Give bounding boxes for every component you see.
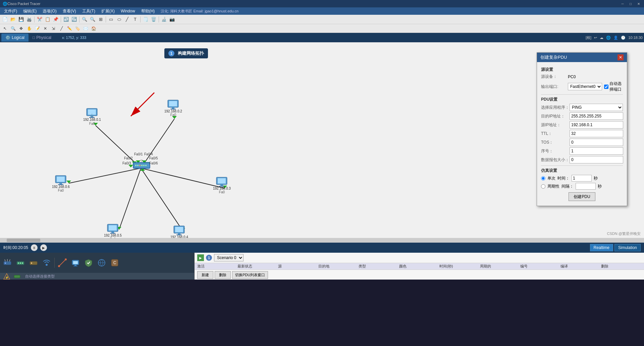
- oval-btn[interactable]: ⬭: [115, 16, 123, 23]
- nav2-icon[interactable]: 🌐: [606, 36, 611, 40]
- realtime-play-button[interactable]: ⏸: [31, 244, 38, 251]
- device-pc1[interactable]: 192.168.0.1 Fa0: [83, 108, 101, 126]
- nav1-icon[interactable]: ☁: [600, 36, 603, 40]
- move-btn[interactable]: ✥: [17, 25, 25, 32]
- device-pc2[interactable]: 192.168.0.2 Fa0: [164, 99, 182, 117]
- auto-select-checkbox[interactable]: [604, 85, 608, 89]
- home-btn[interactable]: 🏠: [90, 25, 97, 32]
- scenario-select[interactable]: Scenario 0: [214, 254, 244, 261]
- menu-file[interactable]: 文件(F): [1, 8, 20, 15]
- menu-help[interactable]: 帮助(H): [139, 8, 158, 15]
- device-connections-icon[interactable]: [56, 257, 68, 269]
- tab-physical[interactable]: □ Physical: [29, 34, 55, 42]
- device-wireless-icon[interactable]: [41, 257, 53, 269]
- device-pc6[interactable]: 192.168.0.6 Fa0: [52, 175, 70, 192]
- text-btn[interactable]: T: [131, 16, 139, 23]
- tag-btn[interactable]: 🏷️: [74, 25, 81, 32]
- device-enddevices-icon[interactable]: [69, 257, 82, 269]
- network-canvas[interactable]: 1 构建网络拓扑 2 创建复杂的PDU 192.168.0.1 Fa0: [0, 42, 644, 238]
- search2-btn[interactable]: 🔍: [9, 25, 17, 32]
- realtime-mode-button[interactable]: Realtime: [590, 244, 613, 251]
- menu-view[interactable]: 查看(V): [60, 8, 79, 15]
- pdu-action-buttons: 新建 删除 切换PDU列表窗口: [195, 270, 644, 280]
- device-switches-icon[interactable]: [14, 257, 26, 269]
- back-icon[interactable]: ↩: [594, 36, 597, 40]
- sub-device-2[interactable]: [12, 271, 22, 281]
- copy-btn[interactable]: 📋: [44, 16, 51, 23]
- line-btn[interactable]: ╱: [123, 16, 131, 23]
- menu-options[interactable]: 选项(O): [40, 8, 59, 15]
- auto-select-label: 自动选择端口: [604, 81, 623, 92]
- svg-rect-40: [109, 225, 117, 231]
- new-pdu-button[interactable]: 新建: [197, 271, 213, 279]
- device-security-icon[interactable]: [83, 257, 95, 269]
- app-select[interactable]: PING: [570, 104, 623, 111]
- device-pc4[interactable]: 192.168.0.4 Fa0: [170, 225, 188, 238]
- redo-btn[interactable]: ↪️: [70, 16, 78, 23]
- simulation-mode-button[interactable]: Simulation: [614, 244, 641, 251]
- ttl-input[interactable]: [570, 130, 623, 137]
- rect-btn[interactable]: ▭: [107, 16, 115, 23]
- device-wan-icon[interactable]: [96, 257, 108, 269]
- interval-input[interactable]: [576, 183, 596, 190]
- tab-logical[interactable]: ⚙️ Logical: [1, 34, 29, 42]
- single-radio[interactable]: [541, 176, 545, 181]
- tos-input[interactable]: [570, 139, 623, 146]
- email-btn[interactable]: ✉️: [82, 25, 89, 32]
- src-ip-input[interactable]: [570, 121, 623, 129]
- save-btn[interactable]: 💾: [17, 16, 25, 23]
- delete-btn[interactable]: 🗑️: [150, 16, 157, 23]
- select-btn[interactable]: ↖: [1, 25, 9, 32]
- capture-btn[interactable]: 📷: [168, 16, 176, 23]
- pencil-btn[interactable]: ✏️: [66, 25, 73, 32]
- device-custom-icon[interactable]: C: [109, 257, 121, 269]
- menu-extend[interactable]: 扩展(X): [99, 8, 117, 15]
- tab-physical-label: Physical: [36, 35, 51, 40]
- cut-btn[interactable]: ✂️: [36, 16, 43, 23]
- device-routers-icon[interactable]: [1, 257, 13, 269]
- print-btn[interactable]: 🖨️: [25, 16, 33, 23]
- device-pc5[interactable]: 192.168.0.5 Fa0: [104, 224, 122, 238]
- zoom-fit-btn[interactable]: ⊞: [97, 16, 104, 23]
- menu-edit[interactable]: 编辑(E): [20, 8, 39, 15]
- output-port-select[interactable]: FastEthernet0: [568, 83, 602, 90]
- dest-ip-input[interactable]: [570, 112, 623, 120]
- close-button[interactable]: ✕: [636, 1, 641, 6]
- menu-tools[interactable]: 工具(T): [79, 8, 98, 15]
- physical-icon: □: [33, 35, 35, 40]
- note-btn[interactable]: 🗒️: [142, 16, 149, 23]
- device-pc3[interactable]: 192.168.0.3 Fa0: [213, 177, 231, 194]
- menu-window[interactable]: Window: [118, 8, 138, 14]
- device-hubs-icon[interactable]: [28, 257, 40, 269]
- horizontal-scrollbar[interactable]: [0, 238, 644, 243]
- time-input[interactable]: [572, 175, 592, 182]
- inspect-btn[interactable]: 🔬: [160, 16, 168, 23]
- scrollbar-thumb[interactable]: [7, 239, 40, 242]
- minimize-button[interactable]: ─: [620, 1, 625, 6]
- seq-input[interactable]: [570, 147, 623, 155]
- switch-pdu-list-button[interactable]: 切换PDU列表窗口: [232, 271, 268, 279]
- line2-btn[interactable]: ╱: [58, 25, 65, 32]
- open-btn[interactable]: 📂: [9, 16, 17, 23]
- device-switch[interactable]: Fa0/1 Fa0/2 Fa0/3 Fa0/4 Fa0/5 Fa0/6: [132, 160, 151, 172]
- nav3-icon[interactable]: 👤: [613, 36, 618, 40]
- zoom-in-btn[interactable]: 🔍: [81, 16, 88, 23]
- new-btn[interactable]: 📄: [1, 16, 9, 23]
- scenario-play-button[interactable]: ▶: [197, 254, 204, 261]
- undo-btn[interactable]: ↩️: [62, 16, 70, 23]
- delete2-btn[interactable]: ✕: [42, 25, 49, 32]
- hand-btn[interactable]: ✋: [25, 25, 33, 32]
- create-pdu-button[interactable]: 创建PDU: [569, 192, 595, 201]
- periodic-radio[interactable]: [541, 184, 545, 189]
- delete-pdu-button[interactable]: 删除: [215, 271, 231, 279]
- svg-point-54: [145, 165, 147, 166]
- zoom-out-btn[interactable]: 🔍: [89, 16, 96, 23]
- pdu-dialog-close-button[interactable]: ✕: [618, 54, 624, 60]
- sub-device-1[interactable]: ⚡: [2, 271, 11, 281]
- maximize-button[interactable]: □: [628, 1, 633, 6]
- resize-btn[interactable]: ⇲: [50, 25, 57, 32]
- forward-step-button[interactable]: ▶: [40, 244, 47, 251]
- paste-btn[interactable]: 📌: [52, 16, 59, 23]
- note2-btn[interactable]: 📝: [34, 25, 41, 32]
- size-input[interactable]: [570, 156, 623, 163]
